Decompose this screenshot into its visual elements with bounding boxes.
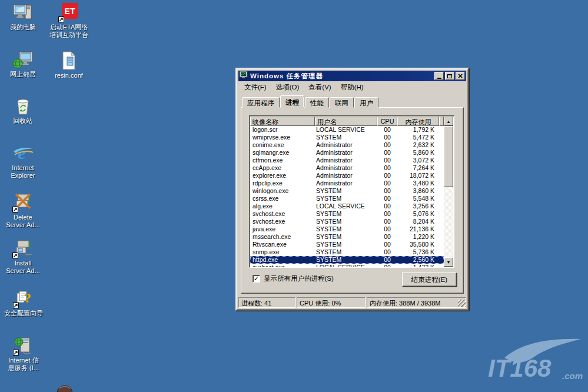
process-row[interactable]: rdpclip.exeAdministrator003,480 K — [250, 180, 444, 187]
eta-platform-icon: ET — [58, 2, 79, 22]
menu-item-0[interactable]: 文件(F) — [240, 82, 271, 93]
show-all-users-checkbox[interactable]: ✓ — [253, 275, 260, 283]
close-button[interactable]: ✕ — [456, 72, 465, 80]
process-row[interactable]: explorer.exeAdministrator0018,072 K — [250, 172, 444, 180]
process-row[interactable]: logon.scrLOCAL SERVICE001,792 K — [250, 126, 444, 134]
shortcut-arrow-icon — [13, 303, 19, 308]
process-row[interactable]: csrss.exeSYSTEM005,548 K — [250, 195, 444, 202]
svg-text:?: ? — [24, 290, 31, 305]
process-list-header: 映像名称用户名CPU内存使用 — [250, 117, 444, 126]
desktop-icon-label: 回收站 — [4, 117, 42, 125]
menu-item-2[interactable]: 查看(V) — [304, 82, 335, 93]
process-cell: alg.exe — [250, 202, 315, 210]
column-header-1[interactable]: 用户名 — [315, 117, 377, 126]
process-cell: 1,220 K — [397, 233, 439, 241]
process-row[interactable]: alg.exeLOCAL SERVICE003,256 K — [250, 202, 444, 210]
menu-item-3[interactable]: 帮助(H) — [336, 82, 368, 93]
process-cell: Administrator — [315, 157, 377, 164]
process-cell: 00 — [377, 202, 397, 210]
process-cell: LOCAL SERVICE — [315, 264, 377, 267]
desktop-icon-recycle-bin[interactable]: 回收站 — [4, 96, 42, 125]
process-row[interactable]: svchost.exeSYSTEM005,076 K — [250, 210, 444, 218]
column-header-3[interactable]: 内存使用 — [397, 117, 439, 126]
process-cell: SYSTEM — [315, 241, 377, 248]
desktop-icon-label: 启动ETA网络培训互动平台 — [44, 24, 94, 39]
process-row[interactable]: java.exeSYSTEM0021,136 K — [250, 225, 444, 233]
tab-1[interactable]: 进程 — [280, 95, 304, 108]
process-row[interactable]: sqlmangr.exeAdministrator005,860 K — [250, 149, 444, 157]
resize-grip[interactable] — [458, 300, 466, 307]
desktop-icon-label: 网上邻居 — [4, 71, 42, 78]
process-cell: SYSTEM — [315, 248, 377, 256]
process-cell: 5,472 K — [397, 134, 439, 141]
minimize-button[interactable] — [434, 72, 444, 80]
process-cell: LOCAL SERVICE — [315, 126, 377, 134]
tab-4[interactable]: 用户 — [354, 97, 378, 108]
process-row[interactable]: svchost.exeSYSTEM008,204 K — [250, 218, 444, 225]
status-bar: 进程数: 41 CPU 使用: 0% 内存使用: 388M / 3938M — [238, 296, 466, 308]
end-process-button[interactable]: 结束进程(E) — [402, 273, 457, 287]
desktop-icon-unknown-partial[interactable] — [51, 384, 79, 392]
desktop-icon-label: 安全配置向导 — [0, 310, 47, 317]
process-cell: 3,860 K — [397, 187, 439, 195]
processes-tab-page: 映像名称用户名CPU内存使用 logon.scrLOCAL SERVICE001… — [241, 107, 464, 294]
column-header-2[interactable]: CPU — [377, 117, 397, 126]
process-row[interactable]: snmp.exeSYSTEM005,736 K — [250, 248, 444, 256]
maximize-button[interactable] — [445, 72, 454, 80]
process-cell: ctfmon.exe — [250, 157, 315, 164]
checkmark-icon: ✓ — [254, 275, 259, 282]
process-cell: 00 — [377, 218, 397, 225]
process-row[interactable]: ctfmon.exeAdministrator003,072 K — [250, 157, 444, 164]
column-header-0[interactable]: 映像名称 — [250, 117, 315, 126]
process-row[interactable]: Rtvscan.exeSYSTEM0035,580 K — [250, 241, 444, 248]
process-cell: 00 — [377, 256, 397, 264]
watermark-suffix: .com — [562, 371, 583, 381]
process-cell: java.exe — [250, 225, 315, 233]
tab-0[interactable]: 应用程序 — [242, 97, 280, 108]
title-bar[interactable]: Windows 任务管理器 ✕ — [238, 71, 466, 81]
desktop-icon-resin-conf[interactable]: resin.conf — [44, 51, 94, 79]
menu-bar: 文件(F)选项(O)查看(V)帮助(H) — [238, 82, 466, 93]
desktop-icon-internet-explorer[interactable]: eInternetExplorer — [1, 143, 45, 180]
process-cell: 00 — [377, 195, 397, 202]
process-row[interactable]: ccApp.exeAdministrator007,264 K — [250, 164, 444, 172]
process-cell: 1,792 K — [397, 126, 439, 134]
process-cell: snmp.exe — [250, 248, 315, 256]
scrollbar-thumb[interactable] — [444, 126, 453, 187]
tab-2[interactable]: 性能 — [305, 97, 329, 108]
desktop-icon-iis[interactable]: Internet 信息服务 (I... — [1, 335, 46, 372]
process-cell: conime.exe — [250, 141, 315, 149]
desktop-icon-delete-server[interactable]: DeleteServer Ad... — [1, 192, 45, 229]
desktop-icon-eta-platform[interactable]: ET启动ETA网络培训互动平台 — [44, 2, 94, 39]
process-cell: 35,580 K — [397, 241, 439, 248]
process-row[interactable]: conime.exeAdministrator002,632 K — [250, 141, 444, 149]
status-cpu-usage: CPU 使用: 0% — [297, 297, 366, 308]
show-all-users-row: ✓ 显示所有用户的进程(S) — [253, 274, 334, 283]
process-cell: wmiprvse.exe — [250, 134, 315, 141]
desktop-icon-install-server[interactable]: InstallServer Ad... — [1, 238, 45, 275]
vertical-scrollbar[interactable]: ▲ ▼ — [444, 117, 453, 267]
process-list-rows: logon.scrLOCAL SERVICE001,792 Kwmiprvse.… — [250, 126, 444, 267]
watermark-brand: IT168 — [488, 354, 552, 382]
desktop-icon-network-places[interactable]: 网上邻居 — [4, 49, 42, 78]
tab-3[interactable]: 联网 — [330, 97, 354, 108]
it168-watermark: IT168 .com — [487, 334, 586, 387]
process-row[interactable]: wmiprvse.exeSYSTEM005,472 K — [250, 134, 444, 141]
menu-item-1[interactable]: 选项(O) — [271, 82, 304, 93]
desktop-icon-security-wizard[interactable]: ?安全配置向导 — [0, 288, 47, 317]
desktop-icon-my-computer[interactable]: 我的电脑 — [4, 2, 42, 31]
process-cell: SYSTEM — [315, 256, 377, 264]
process-row[interactable]: winlogon.exeSYSTEM003,860 K — [250, 187, 444, 195]
scroll-down-button[interactable]: ▼ — [444, 257, 453, 267]
process-row[interactable]: svchost.exeLOCAL SERVICE001,432 K — [250, 264, 444, 267]
process-row[interactable]: mssearch.exeSYSTEM001,220 K — [250, 233, 444, 241]
process-row[interactable]: httpd.exeSYSTEM002,560 K — [250, 256, 444, 264]
scroll-up-button[interactable]: ▲ — [444, 117, 453, 126]
process-cell: 00 — [377, 134, 397, 141]
show-all-users-label: 显示所有用户的进程(S) — [264, 274, 334, 283]
desktop-icon-label: InternetExplorer — [1, 164, 45, 180]
process-cell: 00 — [377, 233, 397, 241]
desktop-icon-label: DeleteServer Ad... — [1, 214, 45, 229]
process-cell: 18,072 K — [397, 172, 439, 180]
process-cell: SYSTEM — [315, 218, 377, 225]
